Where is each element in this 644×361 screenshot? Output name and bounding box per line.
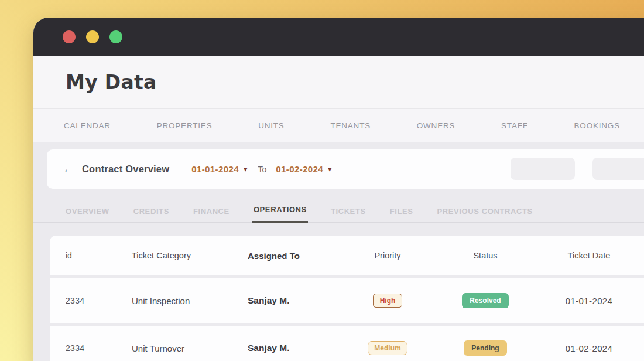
column-header-id: id [66,251,132,260]
tab-overview[interactable]: OVERVIEW [64,198,111,223]
column-header-priority: Priority [374,251,400,260]
nav-item-properties[interactable]: PROPERTIES [157,121,213,130]
contract-overview-bar: ← Contract Overview 01-01-2024 ▾ To 01-0… [47,149,644,189]
tickets-table: id Ticket Category Assigned To Priority … [50,236,644,361]
date-to-dropdown[interactable]: 01-02-2024 [276,164,323,174]
browser-window: My Data CALENDAR PROPERTIES UNITS TENANT… [33,18,644,361]
date-range-picker: 01-01-2024 ▾ To 01-02-2024 ▾ [191,164,337,174]
window-titlebar [33,18,644,56]
tab-previous-contracts[interactable]: PREVIOUS CONTRACTS [436,198,534,223]
nav-item-owners[interactable]: OWNERS [417,121,455,130]
cell-ticket-category: Unit Turnover [132,343,248,353]
table-row[interactable]: 2334 Unit Turnover Sanjay M. Medium Pend… [50,326,644,361]
status-badge: Pending [464,340,506,356]
chevron-down-icon[interactable]: ▾ [244,165,248,173]
page-title: My Data [66,71,157,94]
cell-ticket-category: Unit Inspection [132,296,248,306]
column-header-category: Ticket Category [132,251,248,260]
priority-badge: Medium [368,341,407,355]
main-nav: CALENDAR PROPERTIES UNITS TENANTS OWNERS… [33,108,644,142]
traffic-light-minimize-icon[interactable] [86,30,99,43]
placeholder-button-2[interactable] [592,158,644,180]
date-from-dropdown[interactable]: 01-01-2024 [191,164,239,174]
nav-item-tenants[interactable]: TENANTS [330,121,371,130]
page-header: My Data [33,56,644,108]
tab-tickets[interactable]: TICKETS [330,198,367,223]
column-header-ticket-date: Ticket Date [568,251,611,260]
tab-finance[interactable]: FINANCE [192,198,231,223]
cell-ticket-date: 01-01-2024 [566,296,613,306]
tab-files[interactable]: FILES [389,198,415,223]
tab-credits[interactable]: CREDITS [132,198,170,223]
cell-id: 2334 [66,296,132,305]
cell-ticket-date: 01-02-2024 [566,343,613,353]
date-range-to-label: To [258,165,266,174]
chevron-down-icon[interactable]: ▾ [328,165,332,173]
column-header-status: Status [473,251,497,260]
placeholder-button-1[interactable] [511,158,575,180]
nav-item-staff[interactable]: STAFF [501,121,528,130]
column-header-assigned-to: Assigned To [248,251,335,261]
status-badge: Resolved [462,293,508,308]
table-header-row: id Ticket Category Assigned To Priority … [50,236,644,275]
cell-id: 2334 [66,343,132,353]
priority-badge: High [373,294,403,308]
contract-overview-title: Contract Overview [82,164,169,175]
nav-item-calendar[interactable]: CALENDAR [64,121,111,130]
traffic-light-maximize-icon[interactable] [109,30,122,43]
nav-item-units[interactable]: UNITS [258,121,285,130]
back-arrow-icon[interactable]: ← [63,163,74,176]
window-content: My Data CALENDAR PROPERTIES UNITS TENANT… [33,56,644,361]
cell-assigned-to: Sanjay M. [248,295,335,306]
contract-subtabs: OVERVIEW CREDITS FINANCE OPERATIONS TICK… [33,196,644,223]
table-row[interactable]: 2334 Unit Inspection Sanjay M. High Reso… [50,278,644,323]
tab-operations[interactable]: OPERATIONS [252,196,308,223]
traffic-light-close-icon[interactable] [63,30,76,43]
nav-item-bookings[interactable]: BOOKINGS [574,121,620,130]
cell-assigned-to: Sanjay M. [248,343,335,353]
